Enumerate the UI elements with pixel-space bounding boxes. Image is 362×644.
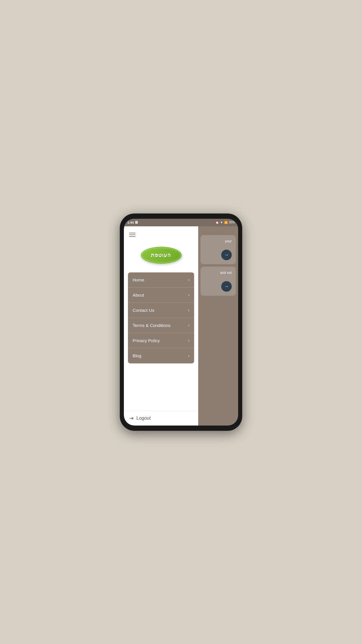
chevron-right-icon-blog: › (188, 354, 189, 358)
menu-item-about[interactable]: About › (128, 288, 194, 303)
card-2-text: and eat (220, 271, 232, 275)
menu-item-contact-label: Contact Us (133, 308, 154, 313)
menu-item-privacy[interactable]: Privacy Policy › (128, 333, 194, 348)
phone-screen: 1:44 🖼 ⏰ ▼ 📶 35% העוטפת (124, 219, 238, 426)
chevron-right-icon-home: › (188, 277, 189, 282)
status-right-icons: ⏰ ▼ 📶 35% (215, 221, 235, 224)
menu-item-home[interactable]: Home › (128, 272, 194, 288)
clock-display: 1:44 (127, 221, 134, 224)
content-card-1: your → (201, 235, 236, 264)
alarm-icon: ⏰ (215, 221, 219, 224)
logo-text: העוטפת (151, 252, 171, 258)
hamburger-line-1 (129, 233, 136, 233)
logo-oval: העוטפת (141, 247, 182, 264)
menu-item-privacy-label: Privacy Policy (133, 338, 160, 343)
hamburger-line-3 (129, 236, 136, 237)
menu-list: Home › About › Contact Us › Terms & Cond… (128, 272, 194, 363)
card-1-arrow-button[interactable]: → (221, 250, 232, 260)
menu-item-terms-label: Terms & Conditions (133, 323, 171, 328)
logout-icon: ⇥ (129, 415, 133, 421)
menu-item-terms[interactable]: Terms & Conditions › (128, 318, 194, 333)
phone-frame: 1:44 🖼 ⏰ ▼ 📶 35% העוטפת (120, 214, 242, 431)
wifi-icon: ▼ (220, 221, 223, 224)
menu-item-blog-label: Blog (133, 353, 141, 358)
logo-area: העוטפת (124, 241, 198, 272)
battery-display: 35% (229, 221, 235, 224)
chevron-right-icon-about: › (188, 293, 189, 297)
arrow-right-icon-2: → (224, 284, 229, 289)
content-card-2: and eat → (201, 267, 236, 296)
notification-icon: 🖼 (135, 221, 138, 224)
hamburger-line-2 (129, 235, 136, 235)
card-2-arrow-button[interactable]: → (221, 281, 232, 292)
logout-area[interactable]: ⇥ Logout (124, 411, 198, 426)
signal-icon: 📶 (224, 221, 228, 224)
main-content: your → and eat → (198, 219, 238, 426)
menu-item-contact[interactable]: Contact Us › (128, 303, 194, 318)
drawer-spacer (124, 363, 198, 411)
chevron-right-icon-terms: › (188, 323, 189, 328)
chevron-right-icon-contact: › (188, 308, 189, 312)
arrow-right-icon-1: → (224, 252, 229, 258)
hamburger-button[interactable] (124, 226, 198, 241)
drawer-panel: העוטפת Home › About › Contact Us › (124, 219, 198, 426)
chevron-right-icon-privacy: › (188, 338, 189, 343)
status-bar: 1:44 🖼 ⏰ ▼ 📶 35% (124, 219, 238, 226)
card-1-text: your (225, 239, 232, 243)
menu-item-home-label: Home (133, 277, 144, 282)
logout-label: Logout (136, 416, 151, 421)
menu-item-about-label: About (133, 293, 144, 298)
status-time: 1:44 🖼 (127, 221, 138, 224)
menu-item-blog[interactable]: Blog › (128, 348, 194, 363)
